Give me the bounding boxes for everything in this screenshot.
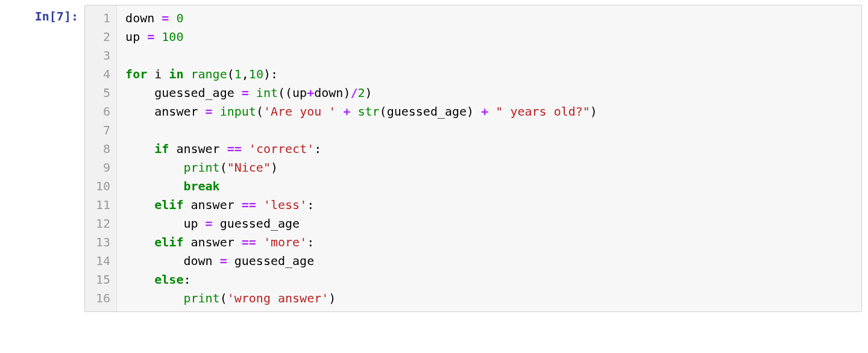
- code-line: else:: [125, 270, 853, 289]
- line-number: 8: [96, 140, 110, 158]
- line-number: 14: [96, 252, 110, 270]
- prompt-in: In: [35, 9, 49, 23]
- line-number: 16: [96, 289, 110, 308]
- line-number: 12: [96, 214, 110, 233]
- line-number: 11: [96, 196, 110, 214]
- code-line: if answer == 'correct':: [125, 140, 853, 158]
- line-number: 9: [96, 158, 110, 177]
- code-input[interactable]: 12345678910111213141516 down = 0up = 100…: [84, 5, 862, 312]
- line-number: 13: [96, 233, 110, 252]
- code-line: print("Nice"): [125, 158, 853, 177]
- prompt-close: ]:: [64, 9, 78, 23]
- line-number: 10: [96, 177, 110, 196]
- code-line: break: [125, 177, 853, 196]
- code-line: guessed_age = int((up+down)/2): [125, 84, 853, 102]
- code-line: up = guessed_age: [125, 214, 853, 233]
- prompt-number: 7: [57, 9, 64, 23]
- code-line: print('wrong answer'): [125, 289, 853, 308]
- line-number-gutter: 12345678910111213141516: [85, 5, 117, 311]
- code-line: answer = input('Are you ' + str(guessed_…: [125, 102, 853, 121]
- code-line: elif answer == 'less':: [125, 196, 853, 214]
- code-text[interactable]: down = 0up = 100 for i in range(1,10): g…: [117, 5, 861, 311]
- line-number: 2: [96, 28, 110, 46]
- line-number: 3: [96, 46, 110, 65]
- line-number: 7: [96, 121, 110, 140]
- line-number: 4: [96, 65, 110, 84]
- code-line: down = 0: [125, 9, 853, 28]
- line-number: 6: [96, 102, 110, 121]
- code-line: [125, 46, 853, 65]
- code-line: up = 100: [125, 28, 853, 46]
- cell-prompt: In[7]:: [6, 5, 84, 26]
- line-number: 1: [96, 9, 110, 28]
- code-line: for i in range(1,10):: [125, 65, 853, 84]
- line-number: 5: [96, 84, 110, 102]
- code-line: down = guessed_age: [125, 252, 853, 270]
- line-number: 15: [96, 270, 110, 289]
- code-line: [125, 121, 853, 140]
- code-cell: In[7]: 12345678910111213141516 down = 0u…: [0, 0, 868, 317]
- prompt-open: [: [49, 9, 57, 23]
- code-line: elif answer == 'more':: [125, 233, 853, 252]
